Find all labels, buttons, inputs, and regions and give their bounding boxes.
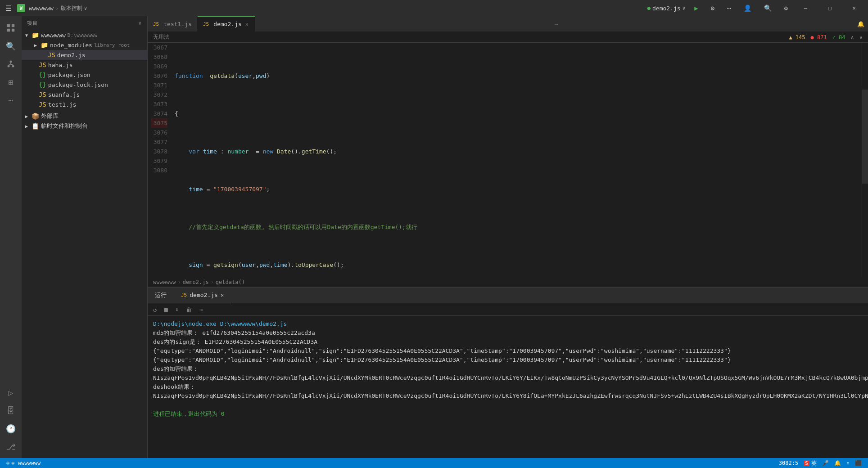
- status-branch[interactable]: ⊕ ⊕ wwwwwww: [4, 460, 43, 466]
- tree-package-json[interactable]: ▶ {} package.json: [22, 70, 147, 80]
- tab-close-button[interactable]: ✕: [221, 292, 224, 298]
- status-upload[interactable]: ⬆: [844, 460, 852, 466]
- line-num: 3067: [151, 43, 167, 52]
- notification-icon[interactable]: 🔔: [857, 21, 864, 27]
- warning-count[interactable]: ▲ 145: [789, 34, 805, 40]
- status-notification[interactable]: 🔔: [832, 460, 844, 466]
- git-branch-icon[interactable]: ⎇: [3, 438, 19, 454]
- tree-temp[interactable]: ▶ 📋 临时文件和控制台: [22, 121, 147, 131]
- ok-count[interactable]: ✓ 84: [832, 34, 845, 40]
- search-button[interactable]: 🔍: [760, 3, 775, 14]
- clear-button[interactable]: 🗑: [184, 305, 194, 314]
- expand-icon[interactable]: ∧: [851, 34, 854, 40]
- svg-point-6: [12, 65, 14, 68]
- menu-icon[interactable]: ☰: [4, 2, 14, 14]
- main-layout: 🔍 ⊞ ⋯ ▷ 🗄 🕐 ⎇ 项目 ∨ ▼ 📁 wwwwwww D:\wwwwww…: [0, 16, 868, 458]
- more-actions-button[interactable]: ⋯: [723, 3, 734, 14]
- close-button[interactable]: ✕: [844, 0, 864, 16]
- js-file-icon: JS: [48, 51, 55, 58]
- more-icon[interactable]: ⋯: [3, 92, 19, 108]
- tab-label: demo2.js: [213, 21, 242, 27]
- tree-item-label: package-lock.json: [48, 81, 108, 88]
- tree-root[interactable]: ▼ 📁 wwwwwww D:\wwwwwww: [22, 30, 147, 40]
- tab-more-button[interactable]: ⋯: [551, 21, 562, 27]
- tab-demo2-terminal[interactable]: JS demo2.js ✕: [174, 288, 231, 303]
- temp-icon: 📋: [32, 122, 39, 130]
- tabs-bar: JS test1.js JS demo2.js ✕ ⋯ 🔔: [148, 16, 868, 32]
- settings-button[interactable]: ⚙: [781, 3, 791, 14]
- tab-demo2[interactable]: JS demo2.js ✕: [198, 16, 255, 32]
- tab-close-button[interactable]: ✕: [244, 20, 249, 28]
- status-encoding[interactable]: S 英: [801, 459, 819, 467]
- expand-icon: ▶: [25, 114, 31, 119]
- js-tab-icon: JS: [203, 21, 209, 27]
- terminal-line: {"equtype":"ANDROID","loginImei":"Androi…: [153, 356, 863, 364]
- keyword: function: [175, 71, 203, 81]
- tree-item-label: demo2.js: [57, 52, 86, 58]
- error-count[interactable]: ● 871: [811, 34, 827, 40]
- breadcrumb-sep: ›: [178, 279, 181, 285]
- minimap-slider[interactable]: [862, 90, 868, 183]
- tree-package-lock[interactable]: ▶ {} package-lock.json: [22, 80, 147, 90]
- js-file-icon: JS: [39, 61, 46, 68]
- project-name[interactable]: wwwwwww › 版本控制 ∨: [29, 4, 87, 12]
- terminal-line: des的加密结果： NIszaqFPos1vd0pFqKLB42Np5itPxa…: [153, 364, 863, 382]
- line-num: 3072: [151, 90, 167, 99]
- branch-name: ⊕ wwwwwww: [11, 460, 41, 466]
- scroll-lock-button[interactable]: ⬇: [173, 305, 181, 314]
- tree-demo2[interactable]: ▶ JS demo2.js: [22, 50, 147, 60]
- search-icon[interactable]: 🔍: [3, 38, 19, 54]
- bottom-tabs: 运行 JS demo2.js ✕: [148, 288, 868, 303]
- debug-button[interactable]: ⚙: [707, 3, 718, 14]
- tab-run[interactable]: 运行: [148, 288, 174, 303]
- git-icon[interactable]: [3, 56, 19, 72]
- code-content[interactable]: function getdata ( user , pwd ) { var: [171, 43, 862, 277]
- database-icon[interactable]: 🗄: [3, 402, 19, 418]
- extensions-icon[interactable]: ⊞: [3, 74, 19, 90]
- clock-icon[interactable]: 🕐: [3, 420, 19, 436]
- code-editor[interactable]: 3067 3068 3069 3070 3071 3072 3073 3074 …: [148, 43, 868, 277]
- line-numbers: 3067 3068 3069 3070 3071 3072 3073 3074 …: [148, 43, 171, 277]
- svg-rect-0: [7, 24, 10, 27]
- status-line-col[interactable]: 3082:5: [776, 460, 801, 466]
- account-button[interactable]: 👤: [740, 3, 755, 14]
- line-num: 3073: [151, 99, 167, 109]
- sidebar-header: 项目 ∨: [22, 16, 147, 30]
- svg-line-9: [11, 64, 13, 65]
- explorer-icon[interactable]: [3, 20, 19, 36]
- tree-external[interactable]: ▶ 📦 外部库: [22, 111, 147, 121]
- breadcrumb-root[interactable]: wwwwwww: [153, 279, 176, 285]
- more-button[interactable]: ⋯: [198, 305, 205, 314]
- bottom-panel: 运行 JS demo2.js ✕ ↺ ■ ⬇ 🗑 ⋯ D:\nodejs\nod…: [148, 287, 868, 458]
- warning-counts: ▲ 145 ● 871 ✓ 84 ∧ ∨: [789, 34, 863, 40]
- terminal-exit: 进程已结束，退出代码为 0: [153, 410, 863, 418]
- encoding-label: 英: [811, 459, 817, 467]
- minimize-button[interactable]: —: [795, 0, 816, 16]
- breadcrumb-file[interactable]: demo2.js: [183, 279, 209, 285]
- restart-button[interactable]: ↺: [151, 305, 158, 314]
- tree-test1[interactable]: ▶ JS test1.js: [22, 99, 147, 109]
- collapse-icon[interactable]: ∨: [859, 34, 863, 40]
- tree-node-modules[interactable]: ▶ 📁 node_modules library root: [22, 40, 147, 50]
- root-label: wwwwwww: [41, 32, 66, 39]
- status-lang[interactable]: 🎤: [819, 460, 832, 466]
- tree-suanfa[interactable]: ▶ JS suanfa.js: [22, 90, 147, 99]
- terminal-line: {"equtype":"ANDROID","loginImei":"Androi…: [153, 346, 863, 356]
- code-line-3067: function getdata ( user , pwd ): [175, 71, 858, 81]
- js-file-icon: JS: [39, 101, 46, 108]
- terminal-line: [153, 400, 863, 410]
- status-terminal-icon[interactable]: ⬛: [852, 460, 864, 466]
- breadcrumb-function[interactable]: getdata(): [216, 279, 245, 285]
- tree-item-label: 临时文件和控制台: [41, 122, 88, 130]
- tab-label: 运行: [155, 291, 167, 299]
- active-file-indicator[interactable]: ● demo2.js ∨: [647, 5, 685, 12]
- terminal-line: D:\nodejs\node.exe D:\wwwwwww\demo2.js: [153, 320, 863, 328]
- tab-test1[interactable]: JS test1.js: [148, 16, 198, 32]
- tree-haha[interactable]: ▶ JS haha.js: [22, 60, 147, 70]
- run-icon[interactable]: ▷: [3, 384, 19, 400]
- stop-button[interactable]: ■: [162, 305, 169, 314]
- line-num: 3077: [151, 137, 167, 147]
- maximize-button[interactable]: □: [819, 0, 840, 16]
- tab-label: demo2.js: [190, 292, 218, 298]
- run-button[interactable]: ▶: [691, 3, 701, 14]
